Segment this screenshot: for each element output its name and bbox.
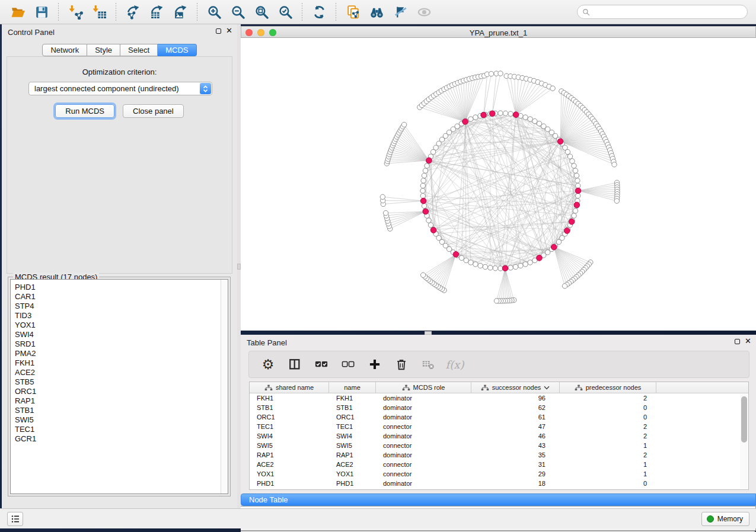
list-scrollbar[interactable]: [221, 280, 228, 493]
mcds-result-item[interactable]: ORC1: [11, 387, 228, 396]
zoom-in-button[interactable]: [204, 3, 224, 21]
float-panel-icon[interactable]: [216, 28, 221, 34]
column-header-MCDS-role[interactable]: MCDS role: [376, 382, 471, 393]
network-window-title: YPA_prune.txt_1: [241, 28, 755, 37]
run-mcds-button[interactable]: Run MCDS: [55, 104, 114, 118]
close-panel-button[interactable]: Close panel: [123, 104, 184, 118]
table-cell: 2: [560, 450, 656, 460]
mcds-result-item[interactable]: SWI4: [11, 330, 228, 339]
export-table-button[interactable]: [146, 3, 167, 21]
table-cell: FKH1: [250, 393, 329, 403]
table-row[interactable]: ORC1ORC1dominator610: [250, 412, 748, 422]
mcds-result-item[interactable]: PHD1: [11, 283, 228, 292]
control-panel: Control Panel ✕ NetworkStyleSelectMCDS O…: [2, 24, 237, 508]
mcds-result-list[interactable]: PHD1CAR1STP4TID3YOX1SWI4SRD1PMA2FKH1ACE2…: [10, 279, 228, 494]
tab-network[interactable]: Network: [42, 44, 87, 56]
hide-all-columns-button[interactable]: [339, 355, 357, 373]
tab-select[interactable]: Select: [120, 44, 158, 56]
table-row[interactable]: TEC1TEC1connector472: [250, 422, 748, 431]
export-network-button[interactable]: [123, 3, 143, 21]
table-cell: PHD1: [250, 479, 329, 488]
search-box[interactable]: [577, 5, 748, 19]
tab-mcds[interactable]: MCDS: [158, 44, 196, 56]
mcds-result-item[interactable]: STP4: [11, 302, 228, 311]
table-row[interactable]: YOX1YOX1connector291: [250, 469, 748, 479]
mcds-result-item[interactable]: TEC1: [11, 425, 228, 434]
table-row[interactable]: PHD1PHD1dominator180: [250, 479, 748, 488]
table-scrollbar[interactable]: [740, 394, 748, 489]
mcds-result-item[interactable]: STB1: [11, 406, 228, 415]
table-cell: dominator: [376, 412, 471, 422]
tab-style[interactable]: Style: [87, 44, 120, 56]
zoom-selected-button[interactable]: [275, 3, 295, 21]
mcds-result-item[interactable]: TID3: [11, 311, 228, 321]
table-cell: connector: [376, 422, 471, 431]
zoom-out-button[interactable]: [228, 3, 248, 21]
mcds-result-item[interactable]: GCR1: [11, 434, 228, 444]
optimization-criterion-label: Optimization criterion:: [7, 68, 232, 76]
mcds-result-item[interactable]: STB5: [11, 377, 228, 387]
status-bar: Memory: [0, 508, 756, 528]
table-row[interactable]: SWI4SWI4dominator462: [250, 431, 748, 441]
mcds-result-item[interactable]: ACE2: [11, 368, 228, 377]
table-cell: dominator: [376, 403, 471, 412]
zoom-fit-button[interactable]: [251, 3, 272, 21]
search-network-button[interactable]: [366, 3, 387, 21]
column-header-name[interactable]: name: [329, 382, 376, 393]
mcds-result-item[interactable]: SWI5: [11, 415, 228, 425]
network-graph[interactable]: [241, 38, 756, 331]
table-cell: 47: [471, 422, 560, 431]
column-header-predecessor-nodes[interactable]: predecessor nodes: [560, 382, 656, 393]
table-tab-node-table[interactable]: Node Table: [241, 493, 756, 506]
show-all-columns-button[interactable]: [312, 355, 330, 373]
toggle-table-panel-button[interactable]: [286, 355, 304, 373]
column-label: successor nodes: [492, 384, 541, 391]
table-scrollbar-thumb[interactable]: [741, 396, 747, 443]
mcds-result-item[interactable]: SRD1: [11, 339, 228, 349]
mcds-result-item[interactable]: YOX1: [11, 321, 228, 330]
hide-labels-button[interactable]: [390, 3, 410, 21]
table-row[interactable]: RAP1RAP1dominator352: [250, 450, 748, 460]
table-row[interactable]: STB1STB1dominator620: [250, 403, 748, 412]
add-column-button[interactable]: [366, 355, 384, 373]
table-cell: 35: [471, 450, 560, 460]
network-canvas[interactable]: [241, 38, 756, 331]
table-cell: STB1: [250, 403, 329, 412]
mcds-result-item[interactable]: PMA2: [11, 349, 228, 358]
column-header-successor-nodes[interactable]: successor nodes: [471, 382, 560, 393]
mcds-result-item[interactable]: FKH1: [11, 358, 228, 368]
table-cell: 46: [471, 431, 560, 441]
network-window-titlebar[interactable]: YPA_prune.txt_1: [241, 26, 756, 38]
close-table-panel-icon[interactable]: ✕: [745, 338, 751, 344]
toolbar-separator: [58, 3, 59, 21]
mcds-tab-content: Optimization criterion: largest connecte…: [7, 56, 232, 274]
import-network-button[interactable]: [65, 3, 85, 21]
table-row[interactable]: SWI5SWI5connector431: [250, 441, 748, 450]
mcds-result-item[interactable]: RAP1: [11, 396, 228, 406]
node-table[interactable]: shared namenameMCDS rolesuccessor nodesp…: [249, 382, 749, 490]
hierarchy-icon: [575, 384, 583, 391]
refresh-layout-button[interactable]: [309, 3, 329, 21]
optimization-criterion-select[interactable]: largest connected component (undirected): [28, 82, 212, 95]
import-table-button[interactable]: [89, 3, 109, 21]
float-table-panel-icon[interactable]: [735, 339, 740, 344]
memory-button[interactable]: Memory: [701, 512, 749, 526]
table-settings-button[interactable]: ⚙: [259, 355, 277, 373]
save-session-button[interactable]: [31, 3, 52, 21]
delete-column-button[interactable]: [393, 355, 410, 373]
delete-table-button: [419, 355, 437, 373]
task-history-button[interactable]: [7, 512, 23, 526]
export-image-button[interactable]: [170, 3, 190, 21]
table-cell: connector: [376, 441, 471, 450]
mcds-result-item[interactable]: CAR1: [11, 292, 228, 302]
clone-network-button[interactable]: [343, 3, 363, 21]
table-cell: STB1: [329, 403, 376, 412]
column-label: predecessor nodes: [586, 384, 642, 391]
table-row[interactable]: FKH1FKH1dominator962: [250, 393, 748, 403]
table-row[interactable]: ACE2ACE2connector311: [250, 460, 748, 469]
column-header-shared-name[interactable]: shared name: [250, 382, 329, 393]
control-panel-title: Control Panel: [8, 28, 55, 37]
close-panel-icon[interactable]: ✕: [226, 28, 232, 34]
search-input[interactable]: [593, 8, 742, 16]
open-file-button[interactable]: [8, 3, 28, 21]
